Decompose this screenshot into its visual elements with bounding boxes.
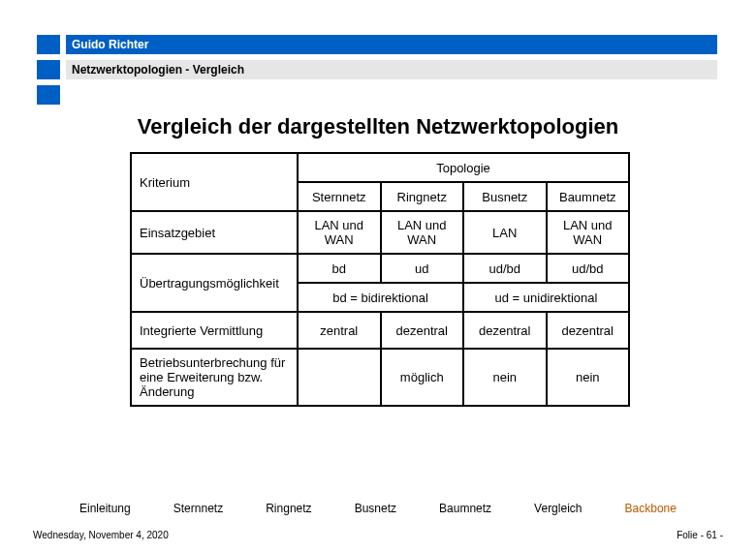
- breadcrumb-bar: Netzwerktopologien - Vergleich: [66, 60, 717, 79]
- col-ringnetz: Ringnetz: [381, 182, 464, 211]
- breadcrumb-text: Netzwerktopologien - Vergleich: [72, 63, 244, 77]
- author-bar: Guido Richter: [66, 35, 717, 54]
- einsatz-ringnetz: LAN und WAN: [381, 211, 464, 254]
- row-vermittlung-label: Integrierte Vermittlung: [131, 312, 298, 349]
- page-title: Vergleich der dargestellten Netzwerktopo…: [0, 114, 756, 139]
- row-unterbrechung-label: Betriebsunterbrechung für eine Erweiteru…: [131, 349, 298, 406]
- nav-backbone[interactable]: Backbone: [625, 502, 677, 515]
- dir-baumnetz: ud/bd: [547, 254, 630, 283]
- col-sternnetz: Sternnetz: [298, 182, 381, 211]
- nav-einleitung[interactable]: Einleitung: [79, 502, 131, 515]
- vermittlung-sternnetz: zentral: [298, 312, 381, 349]
- accent-square-2: [37, 60, 60, 79]
- unterbrechung-ringnetz: möglich: [381, 349, 464, 406]
- nav-busnetz[interactable]: Busnetz: [355, 502, 396, 515]
- note-ud: ud = unidirektional: [463, 283, 629, 312]
- col-baumnetz: Baumnetz: [547, 182, 630, 211]
- vermittlung-ringnetz: dezentral: [381, 312, 464, 349]
- dir-busnetz: ud/bd: [463, 254, 547, 283]
- dir-ringnetz: ud: [381, 254, 464, 283]
- nav-ringnetz[interactable]: Ringnetz: [266, 502, 311, 515]
- nav-sternnetz[interactable]: Sternnetz: [173, 502, 223, 515]
- accent-square-1: [37, 35, 60, 54]
- unterbrechung-busnetz: nein: [463, 349, 547, 406]
- accent-square-3: [37, 85, 60, 105]
- unterbrechung-baumnetz: nein: [547, 349, 630, 406]
- comparison-table: Kriterium Topologie Sternnetz Ringnetz B…: [130, 152, 630, 407]
- row-uebertragung-label: Übertragungsmöglichkeit: [131, 254, 298, 312]
- criterion-header: Kriterium: [131, 153, 298, 211]
- nav-baumnetz[interactable]: Baumnetz: [439, 502, 491, 515]
- dir-sternnetz: bd: [298, 254, 381, 283]
- footer-date: Wednesday, November 4, 2020: [33, 530, 169, 540]
- note-bd: bd = bidirektional: [298, 283, 463, 312]
- nav-vergleich[interactable]: Vergleich: [534, 502, 582, 515]
- footer-page: Folie - 61 -: [677, 530, 723, 540]
- einsatz-baumnetz: LAN und WAN: [547, 211, 630, 254]
- einsatz-sternnetz: LAN und WAN: [298, 211, 381, 254]
- unterbrechung-sternnetz: [298, 349, 381, 406]
- topology-header: Topologie: [298, 153, 629, 182]
- author-text: Guido Richter: [72, 38, 148, 51]
- einsatz-busnetz: LAN: [463, 211, 547, 254]
- vermittlung-busnetz: dezentral: [463, 312, 547, 349]
- row-einsatz-label: Einsatzgebiet: [131, 211, 298, 254]
- col-busnetz: Busnetz: [463, 182, 547, 211]
- footer-nav: Einleitung Sternnetz Ringnetz Busnetz Ba…: [0, 502, 756, 515]
- vermittlung-baumnetz: dezentral: [547, 312, 630, 349]
